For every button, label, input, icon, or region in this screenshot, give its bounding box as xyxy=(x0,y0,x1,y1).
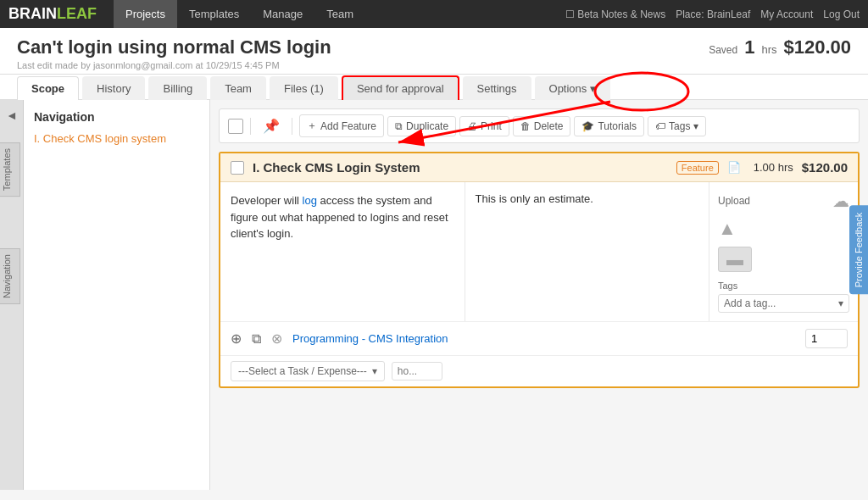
desc-part1: Developer will xyxy=(231,194,303,207)
nav-items: Projects Templates Manage Team xyxy=(114,0,565,28)
tab-history[interactable]: History xyxy=(82,76,145,100)
nav-projects[interactable]: Projects xyxy=(114,0,177,28)
logout-link[interactable]: Log Out xyxy=(823,8,860,20)
pin-button[interactable]: 📌 xyxy=(258,114,285,137)
task-add-icon[interactable]: ⊕ xyxy=(231,331,242,347)
place-link[interactable]: Place: BrainLeaf xyxy=(676,8,750,20)
add-feature-icon: ＋ xyxy=(307,119,317,133)
hrs-value: 1 xyxy=(744,36,754,58)
add-feature-label: Add Feature xyxy=(320,120,376,132)
tabs-bar: Scope History Billing Team Files (1) Sen… xyxy=(0,75,868,100)
print-button[interactable]: 🖨 Print xyxy=(459,116,509,136)
tab-team[interactable]: Team xyxy=(210,76,266,100)
task-select-label: ---Select a Task / Expense--- xyxy=(238,365,367,377)
sidebar-templates-tab[interactable]: Templates xyxy=(0,142,20,197)
nav-team[interactable]: Team xyxy=(314,0,365,28)
tab-billing[interactable]: Billing xyxy=(148,76,207,100)
provide-feedback-tab[interactable]: Provide Feedback xyxy=(849,206,868,295)
main-area: ◄ Templates Navigation Navigation I. Che… xyxy=(0,100,868,490)
upload-label: Upload xyxy=(718,195,750,207)
tags-section: Tags Add a tag... ▾ xyxy=(718,281,849,313)
delete-button[interactable]: 🗑 Delete xyxy=(513,116,571,136)
feature-header: I. Check CMS Login System Feature 📄 1.00… xyxy=(220,153,858,182)
nav-templates[interactable]: Templates xyxy=(177,0,251,28)
upload-cloud-icon[interactable]: ☁ xyxy=(832,191,849,211)
feature-task-row: ⊕ ⧉ ⊗ Programming - CMS Integration xyxy=(220,321,858,355)
task-dropdown-chevron: ▾ xyxy=(372,365,377,377)
duplicate-icon: ⧉ xyxy=(395,120,403,132)
tab-options[interactable]: Options ▾ xyxy=(535,76,610,100)
toolbar-sep-2 xyxy=(292,118,292,135)
saved-label: Saved xyxy=(709,44,737,56)
tags-label: Tags ▾ xyxy=(669,120,698,132)
tags-label: Tags xyxy=(718,281,849,291)
hrs-label: hrs xyxy=(761,43,776,56)
nav-manage[interactable]: Manage xyxy=(251,0,314,28)
tags-select[interactable]: Add a tag... ▾ xyxy=(718,294,849,313)
project-price: $120.00 xyxy=(783,36,851,58)
tutorials-button[interactable]: 🎓 Tutorials xyxy=(574,116,644,136)
task-copy-icon[interactable]: ⧉ xyxy=(252,331,261,347)
add-feature-button[interactable]: ＋ Add Feature xyxy=(299,114,384,137)
delete-icon: 🗑 xyxy=(520,120,531,132)
duplicate-label: Duplicate xyxy=(406,120,448,132)
feature-files: Upload ☁ ▲ ▬ Tags Add a tag... xyxy=(709,182,858,321)
print-icon: 🖨 xyxy=(467,120,477,132)
print-label: Print xyxy=(481,120,502,132)
feature-checkbox[interactable] xyxy=(231,161,244,175)
tutorials-label: Tutorials xyxy=(598,120,637,132)
task-quantity-input[interactable] xyxy=(805,329,848,348)
select-all-checkbox[interactable] xyxy=(228,119,243,134)
upload-arrow-icon[interactable]: ▲ xyxy=(718,218,737,240)
collapse-btn[interactable]: ◄ xyxy=(0,108,24,122)
brand-logo[interactable]: BRAINLEAF xyxy=(8,5,97,23)
feature-hrs-label: hrs xyxy=(778,161,793,174)
feature-title: I. Check CMS Login System xyxy=(253,160,676,175)
top-nav-right: ☐ Beta Notes & News Place: BrainLeaf My … xyxy=(565,8,860,20)
tab-files[interactable]: Files (1) xyxy=(270,76,338,100)
task-hrs-input[interactable] xyxy=(392,362,442,381)
feature-price: $120.00 xyxy=(802,160,848,175)
feature-doc-icon[interactable]: 📄 xyxy=(727,161,741,174)
feature-body: Developer will log access the system and… xyxy=(220,182,858,321)
project-header: Can't login using normal CMS login Saved… xyxy=(0,28,868,75)
provide-feedback-label[interactable]: Provide Feedback xyxy=(849,206,868,295)
tutorials-icon: 🎓 xyxy=(581,120,594,132)
feature-hrs: 1.00 hrs xyxy=(754,161,793,174)
sidebar-navigation-tab[interactable]: Navigation xyxy=(0,248,20,304)
left-panel: Navigation I. Check CMS login system xyxy=(24,100,210,490)
project-meta: Saved 1 hrs $120.00 xyxy=(709,36,851,58)
project-subtitle: Last edit made by jasonmlong@gmail.com a… xyxy=(17,60,851,70)
delete-label: Delete xyxy=(534,120,564,132)
task-remove-icon[interactable]: ⊗ xyxy=(271,331,282,347)
task-select-row: ---Select a Task / Expense--- ▾ xyxy=(220,355,858,386)
feature-label: Feature xyxy=(676,161,719,175)
content-area: 📌 ＋ Add Feature ⧉ Duplicate 🖨 Print 🗑 De… xyxy=(210,100,868,490)
task-label: Programming - CMS Integration xyxy=(292,332,795,345)
feature-notes[interactable]: This is only an estimate. xyxy=(465,182,710,321)
top-nav: BRAINLEAF Projects Templates Manage Team… xyxy=(0,0,868,28)
file-icons: ▲ xyxy=(718,218,849,240)
feature-row: I. Check CMS Login System Feature 📄 1.00… xyxy=(219,152,860,388)
tab-scope[interactable]: Scope xyxy=(17,76,79,100)
nav-link-cms[interactable]: I. Check CMS login system xyxy=(34,132,166,145)
tags-icon: 🏷 xyxy=(655,120,665,132)
tags-button[interactable]: 🏷 Tags ▾ xyxy=(648,116,706,136)
file-thumbnail[interactable]: ▬ xyxy=(718,247,752,272)
sidebar-vertical: ◄ Templates Navigation xyxy=(0,100,24,490)
feature-description[interactable]: Developer will log access the system and… xyxy=(220,182,465,321)
task-dropdown[interactable]: ---Select a Task / Expense--- ▾ xyxy=(231,361,385,381)
notes-text: This is only an estimate. xyxy=(476,192,593,205)
left-panel-title: Navigation xyxy=(34,110,199,124)
brand-brain: BRAIN xyxy=(8,5,57,22)
desc-log: log xyxy=(303,194,317,207)
tags-chevron-icon: ▾ xyxy=(838,297,843,309)
beta-notes-link[interactable]: ☐ Beta Notes & News xyxy=(565,8,665,20)
toolbar-sep-1 xyxy=(250,118,251,135)
tab-settings[interactable]: Settings xyxy=(463,76,531,100)
upload-area: Upload ☁ xyxy=(718,191,849,211)
tab-send-approval[interactable]: Send for approval xyxy=(342,75,459,100)
feature-hrs-value: 1.00 xyxy=(754,161,775,174)
my-account-link[interactable]: My Account xyxy=(760,8,813,20)
duplicate-button[interactable]: ⧉ Duplicate xyxy=(387,116,456,136)
